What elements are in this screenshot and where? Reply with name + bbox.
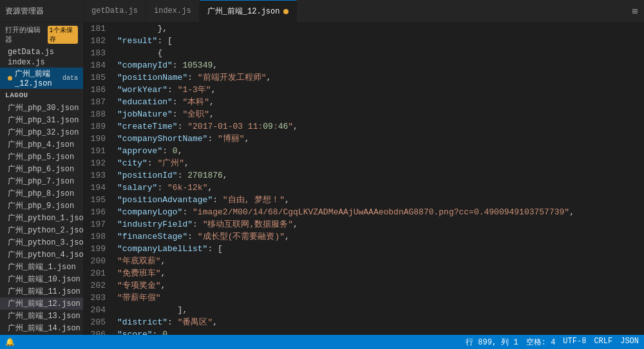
code-line-204: ], xyxy=(117,304,644,316)
code-line-202: "专项奖金", xyxy=(117,279,644,292)
unsaved-badge: 1个未保存 xyxy=(48,26,78,44)
sidebar-file-3[interactable]: 广州_php_4.json xyxy=(0,138,83,151)
status-line-ending: CRLF xyxy=(594,337,612,348)
row-label: 行 899 xyxy=(466,338,492,347)
code-line-196: "companyLogo": "image2/M00/14/68/CgqLKVZ… xyxy=(117,206,644,218)
status-encoding: UTF-8 xyxy=(563,337,586,348)
open-editor-guangzhou[interactable]: 广州_前端_12.json data xyxy=(0,68,83,89)
sidebar-file-1[interactable]: 广州_php_31.json xyxy=(0,114,83,126)
code-line-192: "city": "广州", xyxy=(117,157,644,169)
tab-getData-label: getData.js xyxy=(91,6,138,15)
split-editor-icon[interactable]: ⊞ xyxy=(632,6,644,17)
sidebar-file-18[interactable]: 广州_前端_14.json xyxy=(0,322,83,334)
file-list: 广州_php_30.json广州_php_31.json广州_php_32.js… xyxy=(0,102,83,335)
tab-bar: getData.js index.js 广州_前端_12.json xyxy=(84,0,632,22)
code-line-195: "positionAdvantage": "自由, 梦想！", xyxy=(117,194,644,206)
code-line-193: "positionId": 2701876, xyxy=(117,169,644,182)
open-editors-label: 打开的编辑器 xyxy=(5,25,44,44)
sidebar-file-11[interactable]: 广州_python_3.json xyxy=(0,236,83,249)
top-bar: 资源管理器 getData.js index.js 广州_前端_12.json … xyxy=(0,0,644,23)
code-line-186: "workYear": "1-3年", xyxy=(117,84,644,96)
sidebar-file-0[interactable]: 广州_php_30.json xyxy=(0,102,83,114)
tab-guangzhou-label: 广州_前端_12.json xyxy=(207,6,280,17)
sidebar-file-8[interactable]: 广州_php_9.json xyxy=(0,200,83,212)
open-editor-index-label: index.js xyxy=(8,58,45,67)
code-line-203: "带薪年假" xyxy=(117,292,644,304)
code-line-205: "district": "番禺区", xyxy=(117,316,644,328)
unsaved-dot xyxy=(283,9,289,14)
editor-area: 1811821831841851861871881891901911921931… xyxy=(84,23,644,335)
open-editor-getData[interactable]: getData.js xyxy=(0,47,83,57)
sidebar-file-2[interactable]: 广州_php_32.json xyxy=(0,126,83,138)
sidebar-file-9[interactable]: 广州_python_1.json xyxy=(0,212,83,224)
code-line-184: "companyId": 105349, xyxy=(117,59,644,71)
sidebar-file-12[interactable]: 广州_python_4.json xyxy=(0,249,83,261)
code-line-191: "approve": 0, xyxy=(117,145,644,157)
code-line-201: "免费班车", xyxy=(117,267,644,279)
status-row: 🔔 xyxy=(5,337,15,347)
code-line-187: "education": "本科", xyxy=(117,96,644,108)
sidebar-file-4[interactable]: 广州_php_5.json xyxy=(0,151,83,163)
status-spaces: 空格: 4 xyxy=(526,337,556,348)
main-layout: 打开的编辑器 1个未保存 getData.js index.js 广州_前端_1… xyxy=(0,23,644,335)
code-line-198: "financeStage": "成长型(不需要融资)", xyxy=(117,231,644,243)
sidebar-file-6[interactable]: 广州_php_7.json xyxy=(0,175,83,187)
tab-getData[interactable]: getData.js xyxy=(84,0,146,22)
code-line-197: "industryField": "移动互联网,数据服务", xyxy=(117,218,644,231)
code-line-194: "salary": "6k-12k", xyxy=(117,182,644,194)
sidebar: 打开的编辑器 1个未保存 getData.js index.js 广州_前端_1… xyxy=(0,23,84,335)
code-line-188: "jobNature": "全职", xyxy=(117,108,644,120)
status-bar-right: 行 899, 列 1 空格: 4 UTF-8 CRLF JSON xyxy=(466,337,639,348)
tab-guangzhou[interactable]: 广州_前端_12.json xyxy=(200,0,298,22)
open-editors-header: 打开的编辑器 1个未保存 xyxy=(0,23,83,47)
sidebar-file-15[interactable]: 广州_前端_11.json xyxy=(0,285,83,297)
tab-index-label: index.js xyxy=(154,6,191,15)
status-row-col: 行 899, 列 1 xyxy=(466,337,518,348)
col-label: 列 1 xyxy=(501,338,518,347)
open-editor-guangzhou-label: 广州_前端_12.json xyxy=(15,68,59,88)
sidebar-file-16[interactable]: 广州_前端_12.json xyxy=(0,297,83,310)
code-line-185: "positionName": "前端开发工程师", xyxy=(117,71,644,84)
sidebar-file-17[interactable]: 广州_前端_13.json xyxy=(0,310,83,322)
explorer-label: 资源管理器 xyxy=(5,6,44,17)
code-line-189: "createTime": "2017-01-03 11:09:46", xyxy=(117,120,644,133)
data-badge: data xyxy=(62,75,78,82)
code-line-181: }, xyxy=(117,23,644,35)
code-line-183: { xyxy=(117,47,644,59)
sidebar-file-14[interactable]: 广州_前端_10.json xyxy=(0,273,83,285)
code-line-199: "companyLabelList": [ xyxy=(117,243,644,255)
editor-content: 1811821831841851861871881891901911921931… xyxy=(84,23,644,335)
code-line-182: "result": [ xyxy=(117,35,644,47)
open-editor-index[interactable]: index.js xyxy=(0,57,83,68)
code-lines[interactable]: }, "result": [ { "companyId": 105349, "p… xyxy=(111,23,644,335)
unsaved-dot-sidebar xyxy=(8,76,12,80)
sidebar-file-10[interactable]: 广州_python_2.json xyxy=(0,224,83,236)
code-line-206: "score": 0, xyxy=(117,328,644,335)
status-language: JSON xyxy=(620,337,639,348)
explorer-title: 资源管理器 xyxy=(0,0,84,22)
sidebar-file-5[interactable]: 广州_php_6.json xyxy=(0,163,83,175)
sidebar-file-7[interactable]: 广州_php_8.json xyxy=(0,187,83,200)
open-editor-getData-label: getData.js xyxy=(8,48,54,57)
folder-label: LAGOU xyxy=(0,89,83,102)
tab-index[interactable]: index.js xyxy=(146,0,200,22)
status-bar: 🔔 行 899, 列 1 空格: 4 UTF-8 CRLF JSON xyxy=(0,335,644,349)
code-line-200: "年底双薪", xyxy=(117,255,644,267)
code-line-190: "companyShortName": "博丽", xyxy=(117,133,644,145)
line-numbers: 1811821831841851861871881891901911921931… xyxy=(84,23,111,335)
sidebar-file-13[interactable]: 广州_前端_1.json xyxy=(0,261,83,273)
